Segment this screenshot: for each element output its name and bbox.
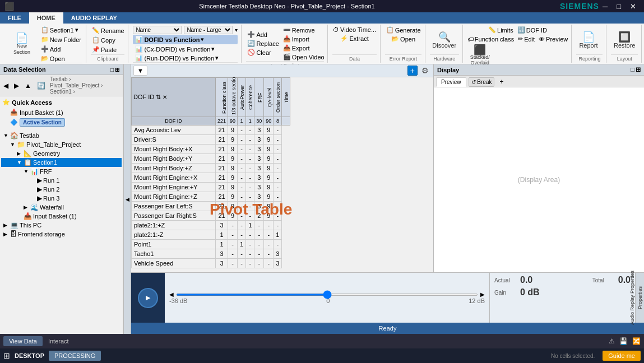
tree-item-input-basket[interactable]: ▶ 📥 Input Basket (1) xyxy=(1,212,122,221)
data-cell[interactable]: - xyxy=(246,249,254,259)
dofid-function-button[interactable]: 📊 DOFID vs Function ▾ xyxy=(133,35,238,44)
data-cell[interactable]: 9 xyxy=(228,154,238,164)
data-cell[interactable]: 3 xyxy=(254,125,264,135)
data-cell[interactable]: 3 xyxy=(274,259,282,268)
dofid-display-button[interactable]: 🔢 DOF ID xyxy=(516,26,548,34)
data-cell[interactable]: 3 xyxy=(274,249,282,259)
data-cell[interactable]: 9 xyxy=(228,125,238,135)
table-row[interactable]: Passenger Ear Right:S219--29- xyxy=(132,211,290,221)
data-cell[interactable]: - xyxy=(238,221,246,230)
grid-add-button[interactable]: + xyxy=(407,66,418,76)
data-cell[interactable]: - xyxy=(246,202,254,211)
data-cell[interactable]: 1 xyxy=(238,240,246,249)
data-cell[interactable]: - xyxy=(246,183,254,192)
function-class-button[interactable]: 🏷 Function class xyxy=(466,35,515,43)
windows-icon[interactable]: ⊞ xyxy=(3,351,10,360)
section-dropdown[interactable]: 📋 Section1 ▾ xyxy=(40,26,82,34)
generate-button[interactable]: 📋 Generate xyxy=(385,26,422,34)
restore-button[interactable]: 🔲 Restore xyxy=(611,30,638,50)
edit-button[interactable]: ✏ Edit xyxy=(517,35,536,43)
data-cell[interactable]: 9 xyxy=(264,125,274,135)
project-arrow[interactable]: ▼ xyxy=(10,142,16,147)
data-cell[interactable]: 9 xyxy=(264,192,274,202)
cx-dofid-button[interactable]: 📊 (Cx-DOFID) vs Function ▾ xyxy=(133,45,217,53)
tree-item-testlab[interactable]: ▼ 🏠 Testlab xyxy=(1,131,122,140)
data-cell[interactable]: - xyxy=(246,211,254,221)
data-cell[interactable]: - xyxy=(246,154,254,164)
break-button[interactable]: ↺ Break xyxy=(469,77,495,87)
table-row[interactable]: Mount Right Body:+X219--39- xyxy=(132,145,290,154)
data-cell[interactable]: - xyxy=(254,249,264,259)
data-cell[interactable]: 3 xyxy=(254,192,264,202)
export-button[interactable]: 📤 Export xyxy=(282,44,326,52)
display-layout-icon1[interactable]: □ xyxy=(631,66,634,73)
expand-icon[interactable]: ⊞ xyxy=(115,67,119,73)
minimize-btn[interactable]: ─ xyxy=(599,2,611,11)
table-row[interactable]: Point11-1---- xyxy=(132,240,290,249)
bottom-tab-interact[interactable]: Interact xyxy=(43,336,75,346)
open-button[interactable]: 📂 Open xyxy=(40,54,82,63)
table-row[interactable]: Mount Right Body:+Y219--39- xyxy=(132,154,290,164)
data-cell[interactable]: 21 xyxy=(216,173,228,183)
close-col-icon[interactable]: ✕ xyxy=(163,94,167,100)
rename-button[interactable]: ✏️ Rename xyxy=(91,26,126,35)
data-cell[interactable]: - xyxy=(246,164,254,173)
table-row[interactable]: Passenger Ear Left:S219--39- xyxy=(132,202,290,211)
data-cell[interactable]: 21 xyxy=(216,183,228,192)
data-cell[interactable]: 9 xyxy=(228,164,238,173)
tree-item-frontend-storage[interactable]: ▶ 🗄 Frontend storage xyxy=(1,230,122,239)
data-cell[interactable]: 1 xyxy=(216,240,228,249)
data-cell[interactable]: 9 xyxy=(264,202,274,211)
data-cell[interactable]: 2 xyxy=(254,211,264,221)
data-cell[interactable]: 21 xyxy=(216,164,228,173)
table-row[interactable]: Vehicle Speed3-----3 xyxy=(132,259,290,268)
view-select-left[interactable]: Name xyxy=(133,26,182,34)
refresh-button[interactable]: 🔄 xyxy=(35,81,48,91)
data-cell[interactable]: 21 xyxy=(216,135,228,145)
geometry-arrow[interactable]: ▶ xyxy=(17,151,22,156)
data-cell[interactable]: - xyxy=(254,240,264,249)
data-cell[interactable]: - xyxy=(254,221,264,230)
data-cell[interactable]: - xyxy=(238,173,246,183)
back-button[interactable]: ◀ xyxy=(1,81,11,91)
data-cell[interactable]: - xyxy=(238,249,246,259)
tree-item-geometry[interactable]: ▶ 📐 Geometry xyxy=(1,149,122,158)
tree-item-project[interactable]: ▼ 📁 Pivot_Table_Project xyxy=(1,140,122,149)
collapse-icon[interactable]: □ xyxy=(110,67,114,73)
data-cell[interactable]: - xyxy=(246,240,254,249)
tree-item-section1[interactable]: ▼ 📋 Section1 xyxy=(1,158,122,167)
data-cell[interactable]: - xyxy=(238,125,246,135)
tree-item-run3[interactable]: ▶ ▶ Run 3 xyxy=(1,194,122,203)
storage-arrow[interactable]: ▶ xyxy=(3,231,9,237)
left-collapse-button[interactable]: ◀ xyxy=(123,64,131,334)
preview-button[interactable]: 👁 Preview xyxy=(538,35,569,43)
data-cell[interactable]: 9 xyxy=(264,154,274,164)
basket-clear-button[interactable]: 🚫 Clear xyxy=(246,48,280,57)
basket-add-button[interactable]: ➕ Add xyxy=(246,30,280,39)
audio-replay-properties-label[interactable]: Audio Replay Properties xyxy=(628,268,636,327)
data-cell[interactable]: 3 xyxy=(254,183,264,192)
data-cell[interactable]: 9 xyxy=(228,145,238,154)
discover-button[interactable]: 🔍 Discover xyxy=(430,30,459,50)
data-cell[interactable]: - xyxy=(238,164,246,173)
table-row[interactable]: Avg Acoustic Lev219--39- xyxy=(132,125,290,135)
data-cell[interactable]: 9 xyxy=(264,164,274,173)
data-cell[interactable]: - xyxy=(228,240,238,249)
forward-button[interactable]: ▶ xyxy=(12,81,21,91)
data-cell[interactable]: - xyxy=(228,230,238,240)
data-cell[interactable]: 21 xyxy=(216,202,228,211)
table-row[interactable]: Mount Right Engine:+X219--39- xyxy=(132,173,290,183)
data-cell[interactable]: 3 xyxy=(216,259,228,268)
thispc-arrow[interactable]: ▶ xyxy=(3,222,9,228)
data-cell[interactable]: - xyxy=(228,259,238,268)
data-cell[interactable]: 9 xyxy=(228,211,238,221)
data-cell[interactable]: 9 xyxy=(264,135,274,145)
up-button[interactable]: ▲ xyxy=(22,81,34,91)
data-cell[interactable]: - xyxy=(274,221,282,230)
data-cell[interactable]: - xyxy=(274,164,282,173)
data-cell[interactable]: 1 xyxy=(216,230,228,240)
table-row[interactable]: Mount Right Engine:+Y219--39- xyxy=(132,183,290,192)
data-cell[interactable]: 9 xyxy=(228,173,238,183)
data-cell[interactable]: 3 xyxy=(254,164,264,173)
table-row[interactable]: Driver:S219--39- xyxy=(132,135,290,145)
